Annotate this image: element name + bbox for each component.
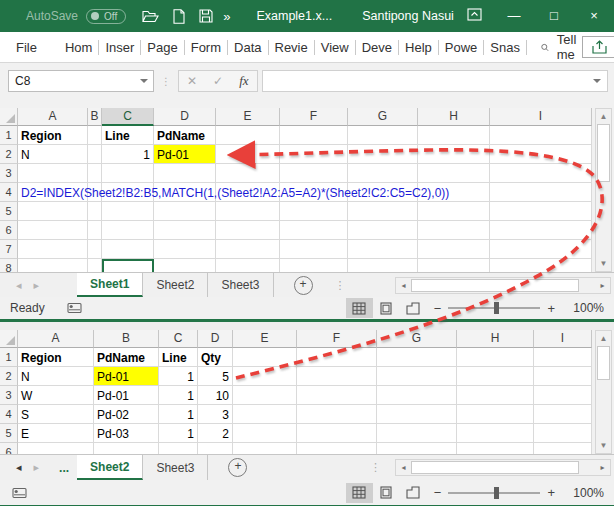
zoom-slider[interactable] xyxy=(448,492,540,494)
sheet1-cell-C1[interactable]: Line xyxy=(102,126,154,145)
sheet1-cell-A2[interactable]: N xyxy=(18,145,88,164)
close-button[interactable]: × xyxy=(574,0,614,32)
sheet1-cell-H6[interactable] xyxy=(418,221,490,240)
sheet2-cell-H6[interactable] xyxy=(457,443,534,454)
scrollbar-thumb[interactable] xyxy=(597,346,610,380)
sheet2-cell-I4[interactable] xyxy=(534,405,592,424)
sheet2-cell-D1[interactable]: Qty xyxy=(198,348,233,367)
open-folder-icon[interactable] xyxy=(142,9,159,23)
sheet1-cell-H8[interactable] xyxy=(418,259,490,272)
sheet2-cell-B4[interactable]: Pd-02 xyxy=(94,405,159,424)
sheet1-rowheader-5[interactable]: 5 xyxy=(0,202,18,221)
sheet2-cell-F6[interactable] xyxy=(297,443,377,454)
hscrollbar-thumb[interactable] xyxy=(411,461,579,474)
sheet1-cell-B8[interactable] xyxy=(88,259,102,272)
sheet1-cell-H7[interactable] xyxy=(418,240,490,259)
save-icon[interactable] xyxy=(199,9,213,23)
sheet2-cell-A3[interactable]: W xyxy=(18,386,94,405)
scroll-right-icon[interactable]: ▸ xyxy=(595,278,610,293)
ribbon-tab-snas[interactable]: Snas xyxy=(484,40,526,55)
sheet1-tab-sheet3[interactable]: Sheet3 xyxy=(208,273,273,297)
sheet1-cell-C2[interactable]: 1 xyxy=(102,145,154,164)
sheet2-cell-C3[interactable]: 1 xyxy=(159,386,198,405)
sheet2-cell-D3[interactable]: 10 xyxy=(198,386,233,405)
sheet1-select-all[interactable] xyxy=(0,108,18,126)
sheet2-cell-A6[interactable] xyxy=(18,443,94,454)
sheet2-cell-D2[interactable]: 5 xyxy=(198,367,233,386)
ribbon-tab-hom[interactable]: Hom xyxy=(59,40,98,55)
sheet1-cell-G3[interactable] xyxy=(348,164,418,183)
page-break-preview-button[interactable] xyxy=(400,483,427,503)
scroll-right-icon[interactable]: ▸ xyxy=(595,460,610,475)
insert-function-icon[interactable]: fx xyxy=(239,73,248,89)
sheet2-cell-D5[interactable]: 2 xyxy=(198,424,233,443)
sheet2-cell-F2[interactable] xyxy=(297,367,377,386)
sheet2-cell-H1[interactable] xyxy=(457,348,534,367)
normal-view-button[interactable] xyxy=(346,298,373,318)
next-sheet-icon[interactable]: ▸ xyxy=(30,461,44,474)
sheet2-rowheader-3[interactable]: 3 xyxy=(0,386,18,405)
sheet2-colheader-C[interactable]: C xyxy=(159,330,198,348)
sheet2-rowheader-5[interactable]: 5 xyxy=(0,424,18,443)
sheet1-cell-C6[interactable] xyxy=(102,221,154,240)
sheet2-tab-sheet3[interactable]: Sheet3 xyxy=(143,455,208,480)
sheet1-cell-I3[interactable] xyxy=(490,164,592,183)
sheet1-cell-B6[interactable] xyxy=(88,221,102,240)
sheet1-cell-E5[interactable] xyxy=(216,202,280,221)
sheet1-cell-B7[interactable] xyxy=(88,240,102,259)
ribbon-tab-inser[interactable]: Inser xyxy=(99,40,140,55)
sheet1-cell-E3[interactable] xyxy=(216,164,280,183)
sheet2-colheader-G[interactable]: G xyxy=(377,330,457,348)
sheet1-horizontal-scrollbar[interactable]: ◂ ▸ xyxy=(395,277,611,294)
sheet1-cell-A1[interactable]: Region xyxy=(18,126,88,145)
sheet1-cell-G2[interactable] xyxy=(348,145,418,164)
sheet1-cell-F5[interactable] xyxy=(280,202,348,221)
sheet1-cell-H3[interactable] xyxy=(418,164,490,183)
scroll-down-icon[interactable]: ▼ xyxy=(596,256,611,271)
sheet2-cell-A1[interactable]: Region xyxy=(18,348,94,367)
scrollbar-track[interactable] xyxy=(596,380,611,438)
autosave-toggle[interactable]: Off xyxy=(86,9,126,24)
sheet2-tab-more[interactable]: ... xyxy=(51,455,77,480)
sheet2-cell-A5[interactable]: E xyxy=(18,424,94,443)
sheet1-cell-F1[interactable] xyxy=(280,126,348,145)
sheet1-cell-A3[interactable] xyxy=(18,164,88,183)
sheet1-cell-E2[interactable] xyxy=(216,145,280,164)
prev-sheet-icon[interactable]: ◂ xyxy=(12,279,26,292)
sheet2-cell-G2[interactable] xyxy=(377,367,457,386)
sheet2-rowheader-6[interactable]: 6 xyxy=(0,443,18,454)
zoom-out-button[interactable]: − xyxy=(427,301,449,316)
sheet1-colheader-D[interactable]: D xyxy=(154,108,216,126)
sheet1-cell-D6[interactable] xyxy=(154,221,216,240)
sheet1-cell-D1[interactable]: PdName xyxy=(154,126,216,145)
sheet2-colheader-I[interactable]: I xyxy=(534,330,592,348)
sheet1-cell-I4[interactable] xyxy=(490,183,592,202)
sheet1-cell-I1[interactable] xyxy=(490,126,592,145)
sheet2-select-all[interactable] xyxy=(0,330,18,348)
sheet1-cell-D2[interactable]: Pd-01 xyxy=(154,145,216,164)
sheet1-cell-F2[interactable] xyxy=(280,145,348,164)
zoom-slider-thumb[interactable] xyxy=(494,302,499,314)
sheet1-cell-G5[interactable] xyxy=(348,202,418,221)
sheet2-cell-H5[interactable] xyxy=(457,424,534,443)
sheet1-rowheader-7[interactable]: 7 xyxy=(0,240,18,259)
sheet2-cell-B3[interactable]: Pd-01 xyxy=(94,386,159,405)
sheet1-rowheader-6[interactable]: 6 xyxy=(0,221,18,240)
page-break-preview-button[interactable] xyxy=(400,298,427,318)
zoom-slider[interactable] xyxy=(448,307,540,309)
sheet1-cell-F6[interactable] xyxy=(280,221,348,240)
sheet2-cell-H2[interactable] xyxy=(457,367,534,386)
quick-access-more-icon[interactable]: » xyxy=(223,9,230,24)
ribbon-tab-page[interactable]: Page xyxy=(141,40,183,55)
sheet1-cell-I8[interactable] xyxy=(490,259,592,272)
sheet1-cell-I2[interactable] xyxy=(490,145,592,164)
zoom-percentage[interactable]: 100% xyxy=(562,486,604,500)
sheet1-cell-E8[interactable] xyxy=(216,259,280,272)
formula-input[interactable] xyxy=(262,70,608,92)
sheet1-cell-B5[interactable] xyxy=(88,202,102,221)
sheet2-cell-G6[interactable] xyxy=(377,443,457,454)
normal-view-button[interactable] xyxy=(346,483,373,503)
sheet2-cell-E2[interactable] xyxy=(233,367,297,386)
sheet1-rowheader-2[interactable]: 2 xyxy=(0,145,18,164)
sheet1-cell-A4[interactable]: D2=INDEX(Sheet2!B2:B5,MATCH(1,(Sheet2!A2… xyxy=(18,183,88,202)
